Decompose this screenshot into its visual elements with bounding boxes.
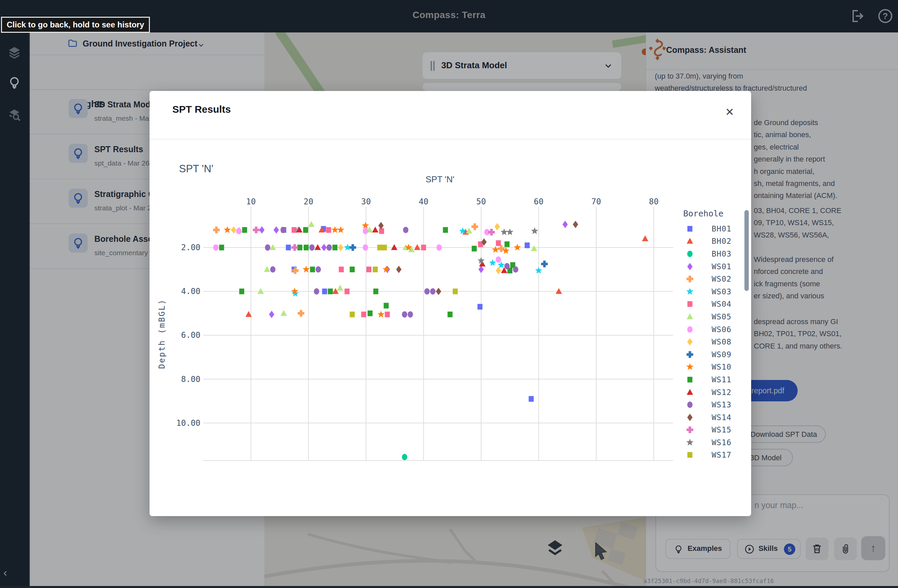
series-BH03	[402, 454, 407, 460]
legend-item-WS09[interactable]: WS09	[683, 348, 731, 361]
square-marker-icon	[683, 299, 697, 309]
legend-label: BH01	[712, 224, 731, 233]
legend-label: WS13	[712, 401, 731, 409]
triangle-marker-icon	[683, 388, 697, 397]
legend-label: WS04	[712, 300, 731, 309]
legend-label: BH03	[712, 250, 731, 258]
circle-marker-icon	[683, 249, 697, 258]
svg-text:SPT 'N': SPT 'N'	[179, 163, 214, 175]
legend-item-WS17[interactable]: WS17	[683, 449, 731, 462]
square-marker-icon	[683, 450, 697, 459]
diamond-marker-icon	[683, 413, 697, 422]
cross-marker-icon	[683, 425, 697, 434]
legend-label: WS11	[712, 375, 731, 384]
legend-label: WS09	[712, 350, 731, 359]
legend-item-WS12[interactable]: WS12	[683, 386, 731, 399]
legend-item-WS10[interactable]: WS10	[683, 361, 731, 374]
legend-title: Borehole	[683, 209, 731, 218]
svg-text:4.00: 4.00	[181, 287, 200, 296]
legend-label: WS03	[712, 287, 731, 296]
mouse-cursor	[595, 542, 610, 560]
series-WS14	[378, 221, 578, 295]
legend-label: WS08	[712, 338, 731, 346]
legend-item-BH03[interactable]: BH03	[683, 247, 731, 260]
diamond-marker-icon	[683, 262, 697, 271]
legend-item-WS16[interactable]: WS16	[683, 436, 731, 449]
back-tooltip: Click to go back, hold to see history	[1, 17, 150, 33]
legend-label: WS16	[712, 438, 731, 447]
legend-item-WS01[interactable]: WS01	[683, 260, 731, 273]
legend-label: WS12	[712, 388, 731, 397]
legend-item-WS05[interactable]: WS05	[683, 310, 731, 323]
legend-label: WS01	[712, 262, 731, 271]
chart-legend: Borehole BH01BH02BH03WS01WS02WS03WS04WS0…	[683, 209, 731, 461]
legend-item-BH02[interactable]: BH02	[683, 235, 731, 248]
series-WS04	[292, 227, 501, 318]
legend-item-WS03[interactable]: WS03	[683, 285, 731, 298]
series-BH01	[281, 226, 534, 402]
svg-text:10.00: 10.00	[176, 418, 200, 428]
series-BH02	[246, 227, 648, 317]
legend-item-WS15[interactable]: WS15	[683, 424, 731, 436]
triangle-marker-icon	[683, 236, 697, 246]
legend-label: WS10	[712, 362, 731, 371]
legend-item-WS02[interactable]: WS02	[683, 273, 731, 285]
legend-label: WS17	[712, 451, 731, 459]
svg-text:10: 10	[246, 197, 256, 206]
svg-text:6.00: 6.00	[181, 330, 200, 340]
diamond-marker-icon	[683, 337, 697, 347]
svg-text:40: 40	[419, 197, 429, 206]
circle-marker-icon	[683, 400, 697, 409]
square-marker-icon	[683, 224, 697, 233]
svg-text:70: 70	[592, 197, 601, 206]
svg-text:SPT 'N': SPT 'N'	[426, 174, 454, 184]
star-marker-icon	[683, 438, 697, 447]
series-WS03	[292, 226, 542, 297]
cross-marker-icon	[683, 350, 697, 359]
star-marker-icon	[683, 362, 697, 372]
svg-text:Depth (mBGL): Depth (mBGL)	[157, 299, 167, 368]
triangle-marker-icon	[683, 312, 697, 321]
legend-label: WS05	[712, 312, 731, 321]
svg-text:8.00: 8.00	[181, 375, 200, 384]
legend-scrollbar[interactable]	[744, 210, 749, 291]
legend-item-WS08[interactable]: WS08	[683, 335, 731, 348]
legend-label: WS14	[712, 413, 731, 422]
spt-results-modal: SPT Results ✕ 2.004.006.008.0010.0010203…	[149, 91, 751, 516]
legend-label: WS02	[712, 275, 731, 283]
legend-label: WS15	[712, 425, 731, 434]
svg-text:50: 50	[477, 197, 486, 206]
legend-label: WS06	[712, 325, 731, 334]
svg-text:20: 20	[304, 197, 314, 206]
svg-text:30: 30	[361, 197, 371, 206]
series-WS02	[213, 223, 504, 317]
cross-marker-icon	[683, 274, 697, 284]
legend-item-WS13[interactable]: WS13	[683, 398, 731, 411]
legend-item-WS14[interactable]: WS14	[683, 411, 731, 424]
legend-item-WS04[interactable]: WS04	[683, 298, 731, 311]
legend-item-WS06[interactable]: WS06	[683, 323, 731, 336]
svg-text:80: 80	[649, 197, 659, 206]
svg-text:2.00: 2.00	[181, 243, 200, 252]
legend-label: BH02	[712, 237, 731, 246]
svg-text:60: 60	[534, 197, 544, 206]
legend-item-BH01[interactable]: BH01	[683, 223, 731, 235]
legend-item-WS11[interactable]: WS11	[683, 373, 731, 386]
spt-scatter-chart[interactable]: 2.004.006.008.0010.001020304050607080SPT…	[149, 91, 751, 516]
star-marker-icon	[683, 287, 697, 296]
circle-marker-icon	[683, 325, 697, 334]
square-marker-icon	[683, 375, 697, 384]
